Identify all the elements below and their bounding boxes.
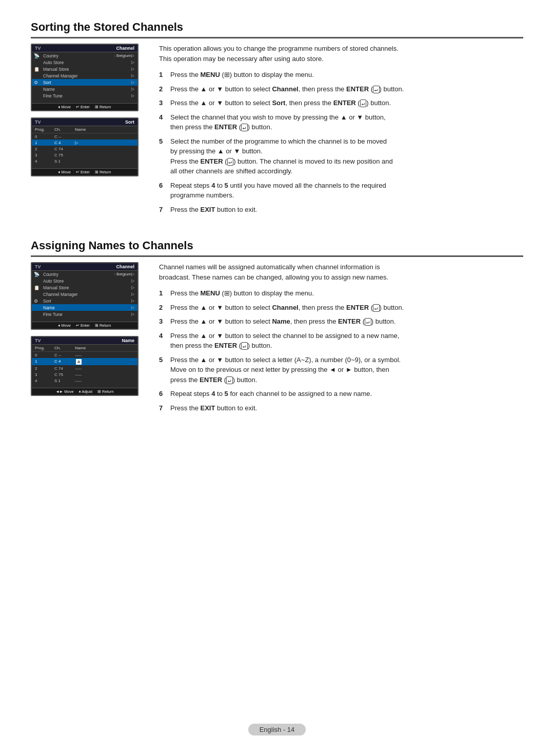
- sorting-screen2-header: TV Sort: [32, 118, 137, 126]
- sorting-s2-row1: 1 C 4 ▷: [32, 140, 137, 146]
- naming-s2-row2: 2 C 74 -----: [32, 365, 137, 371]
- sorting-step4: 4 Select the channel that you wish to mo…: [159, 112, 523, 132]
- sorting-screen2-col-headers: Prog. Ch. Name: [32, 126, 137, 133]
- sorting-s1-row-name: Name ▷: [32, 86, 137, 92]
- section-naming: Assigning Names to Channels TV Channel 📡…: [31, 239, 523, 417]
- naming-s2-row4: 4 S 1 -----: [32, 377, 137, 384]
- naming-step7: 7 Press the EXIT button to exit.: [159, 403, 523, 413]
- footer-label: English - 14: [260, 726, 295, 733]
- sorting-screen1-header-right: Channel: [116, 46, 134, 51]
- naming-s2-row3: 3 C 75 -----: [32, 371, 137, 377]
- sorting-s2-row3: 3 C 75: [32, 152, 137, 158]
- naming-screen1-footer: ♦ Move ↵ Enter ⊞ Return: [32, 322, 137, 329]
- sorting-s2-row0: 0 C --: [32, 133, 137, 140]
- sorting-screen2: TV Sort Prog. Ch. Name 0 C -- 1 C 4 ▷: [31, 117, 138, 176]
- naming-s1-row-chanmgr: Channel Manager ▷: [32, 291, 137, 297]
- page-footer: English - 14: [0, 724, 554, 735]
- section-title-naming: Assigning Names to Channels: [31, 239, 523, 257]
- sorting-intro: This operation allows you to change the …: [159, 44, 523, 64]
- naming-s1-row-country: 📡 Country : Belgium ▷: [32, 271, 137, 277]
- sorting-s1-row-chanmgr: Channel Manager ▷: [32, 72, 137, 79]
- sorting-s1-row-country: 📡 Country : Belgium ▷: [32, 52, 137, 59]
- sorting-screen1-footer: ♦ Move ↵ Enter ⊞ Return: [32, 103, 137, 110]
- naming-screen2-header: TV Name: [32, 337, 137, 345]
- sorting-steps: 1 Press the MENU (⊞) button to display t…: [159, 70, 523, 214]
- naming-s1-row-finetune: Fine Tune ▷: [32, 311, 137, 317]
- section-sorting: Sorting the Stored Channels TV Channel 📡…: [31, 21, 523, 218]
- sorting-step1: 1 Press the MENU (⊞) button to display t…: [159, 70, 523, 80]
- section-title-sorting: Sorting the Stored Channels: [31, 21, 523, 38]
- naming-step1: 1 Press the MENU (⊞) button to display t…: [159, 288, 523, 299]
- section-sorting-content: TV Channel 📡 Country : Belgium ▷ Auto St…: [31, 44, 523, 218]
- sorting-step5: 5 Select the number of the programme to …: [159, 136, 523, 176]
- naming-s1-row-autostore: Auto Store ▷: [32, 277, 137, 284]
- naming-step5: 5 Press the ▲ or ▼ button to select a le…: [159, 355, 523, 385]
- naming-images-col: TV Channel 📡 Country : Belgium ▷ Auto St…: [31, 262, 144, 417]
- naming-screen2-footer: ◄► Move ♦ Adjust ⊞ Return: [32, 388, 137, 395]
- page-footer-badge: English - 14: [248, 724, 306, 735]
- sorting-text-col: This operation allows you to change the …: [159, 44, 523, 218]
- sorting-s1-row-autostore: Auto Store ▷: [32, 59, 137, 66]
- sorting-s1-row-sort: ⚙ Sort ▷: [32, 79, 137, 86]
- sorting-s1-row-manualstore: 📋 Manual Store ▷: [32, 66, 137, 72]
- sorting-screen1: TV Channel 📡 Country : Belgium ▷ Auto St…: [31, 44, 138, 111]
- section-naming-content: TV Channel 📡 Country : Belgium ▷ Auto St…: [31, 262, 523, 417]
- naming-screen2: TV Name Prog. Ch. Name 0 C -- ----- 1 C …: [31, 336, 138, 396]
- naming-text-col: Channel names will be assigned automatic…: [159, 262, 523, 417]
- naming-screen1-header: TV Channel: [32, 263, 137, 271]
- sorting-step3: 3 Press the ▲ or ▼ button to select Sort…: [159, 98, 523, 108]
- tv-icon-antenna: 📡: [34, 53, 43, 58]
- sorting-s2-row4: 4 S 1: [32, 158, 137, 164]
- naming-step2: 2 Press the ▲ or ▼ button to select Chan…: [159, 303, 523, 313]
- sorting-step6: 6 Repeat steps 4 to 5 until you have mov…: [159, 181, 523, 201]
- naming-s2-row1: 1 C 4 A: [32, 358, 137, 365]
- sorting-step7: 7 Press the EXIT button to exit.: [159, 205, 523, 215]
- sorting-s1-row-finetune: Fine Tune ▷: [32, 92, 137, 99]
- sorting-step2: 2 Press the ▲ or ▼ button to select Chan…: [159, 84, 523, 94]
- sorting-s2-row2: 2 C 74: [32, 146, 137, 152]
- naming-s1-row-sort: ⚙ Sort ▷: [32, 297, 137, 304]
- naming-steps: 1 Press the MENU (⊞) button to display t…: [159, 288, 523, 413]
- sorting-screen1-header: TV Channel: [32, 45, 137, 52]
- naming-step4: 4 Press the ▲ or ▼ button to select the …: [159, 331, 523, 351]
- sorting-screen1-header-left: TV: [35, 46, 41, 51]
- naming-s1-row-name: Name ▷: [32, 304, 137, 311]
- sorting-images-col: TV Channel 📡 Country : Belgium ▷ Auto St…: [31, 44, 144, 218]
- naming-s2-row0: 0 C -- -----: [32, 352, 137, 358]
- sorting-screen2-footer: ♦ Move ↵ Enter ⊞ Return: [32, 168, 137, 175]
- naming-screen2-col-headers: Prog. Ch. Name: [32, 345, 137, 352]
- naming-intro: Channel names will be assigned automatic…: [159, 262, 523, 282]
- naming-step6: 6 Repeat steps 4 to 5 for each channel t…: [159, 389, 523, 399]
- naming-s1-row-manualstore: 📋 Manual Store ▷: [32, 284, 137, 291]
- naming-screen1: TV Channel 📡 Country : Belgium ▷ Auto St…: [31, 262, 138, 330]
- naming-step3: 3 Press the ▲ or ▼ button to select Name…: [159, 316, 523, 327]
